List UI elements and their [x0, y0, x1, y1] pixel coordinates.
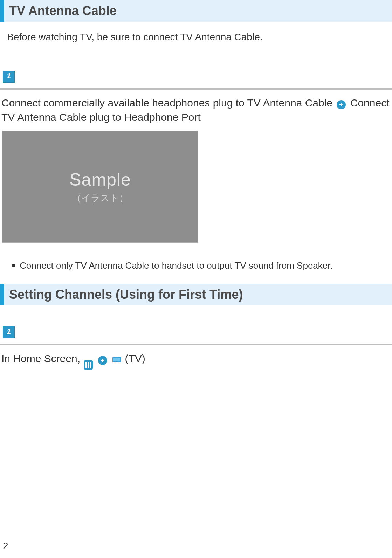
section2-step1-text: In Home Screen, (TV)	[0, 350, 392, 373]
step-number-icon: 1	[3, 71, 15, 83]
svg-rect-1	[113, 358, 120, 361]
arrow-right-icon	[98, 356, 107, 365]
section1-intro: Before watching TV, be sure to connect T…	[0, 22, 392, 50]
svg-rect-2	[115, 363, 118, 363]
section-title: TV Antenna Cable	[9, 4, 387, 18]
note-text: Connect only TV Antenna Cable to handset…	[20, 260, 333, 271]
step1-text: Connect commercially available headphone…	[0, 95, 392, 128]
step-number-icon: 1	[3, 326, 15, 338]
section-heading-tv-antenna: TV Antenna Cable	[0, 0, 392, 22]
page-number: 2	[3, 540, 8, 552]
arrow-right-icon	[337, 100, 346, 109]
bullet-square-icon	[12, 264, 15, 267]
step-text-a: In Home Screen,	[1, 353, 83, 364]
app-grid-icon	[84, 360, 93, 370]
document-page: TV Antenna Cable Before watching TV, be …	[0, 0, 392, 558]
step-divider	[0, 88, 392, 90]
step-divider	[0, 344, 392, 345]
step1-text-a: Connect commercially available headphone…	[1, 97, 332, 109]
sample-sublabel: （イラスト）	[72, 192, 128, 204]
tv-label: (TV)	[125, 353, 145, 364]
sample-label: Sample	[69, 170, 131, 190]
section-heading-setting-channels: Setting Channels (Using for First Time)	[0, 284, 392, 305]
note-bullet: Connect only TV Antenna Cable to handset…	[0, 253, 392, 284]
section-title: Setting Channels (Using for First Time)	[9, 287, 387, 302]
sample-illustration-placeholder: Sample （イラスト）	[2, 131, 198, 243]
tv-icon	[112, 356, 121, 365]
step-number: 1	[3, 71, 15, 81]
step-number: 1	[3, 327, 15, 336]
